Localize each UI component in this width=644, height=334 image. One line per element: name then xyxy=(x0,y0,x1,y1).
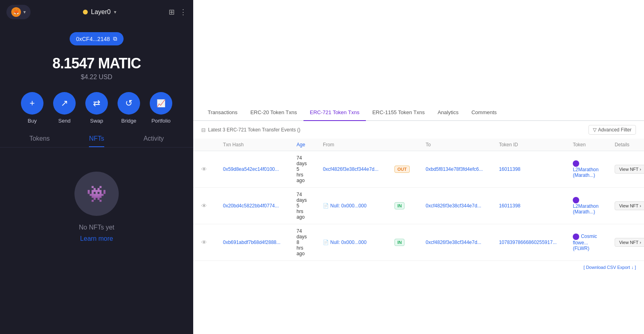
tab-transactions[interactable]: Transactions xyxy=(201,105,244,121)
tab-activity[interactable]: Activity xyxy=(143,135,164,147)
from-link[interactable]: Null: 0x000...000 xyxy=(330,240,367,245)
col-to: To xyxy=(418,139,491,151)
token-icon xyxy=(573,160,579,167)
table-info-text: Latest 3 ERC-721 Token Transfer Events (… xyxy=(208,127,300,133)
doc-icon: 📄 xyxy=(323,203,329,209)
portfolio-label: Portfolio xyxy=(151,118,171,124)
network-selector[interactable]: Layer0 ▾ xyxy=(83,8,116,16)
advanced-filter-button[interactable]: ▽ Advanced Filter xyxy=(588,125,636,135)
token-icon xyxy=(573,197,579,203)
table-row: 👁 0x20bd4c5822bb4f0774... 74 days 5 hrs … xyxy=(193,188,644,224)
direction-cell: IN xyxy=(386,188,417,224)
col-details: Details xyxy=(607,139,644,151)
from-link[interactable]: 0xcf4826f3e38cf344e7d... xyxy=(323,166,378,172)
more-icon: ⋮ xyxy=(180,8,187,16)
token-id-link[interactable]: 16011398 xyxy=(499,203,520,209)
col-token-id: Token ID xyxy=(491,139,565,151)
copy-icon: ⧉ xyxy=(113,35,117,42)
table-row: 👁 0x59d8ea542ec14f0100... 74 days 5 hrs … xyxy=(193,151,644,188)
tab-erc721[interactable]: ERC-721 Token Txns xyxy=(303,105,366,121)
balance-section: 8.1547 MATIC $4.22 USD xyxy=(52,55,140,81)
wallet-tabs: Tokens NFTs Activity xyxy=(0,135,193,148)
tab-comments[interactable]: Comments xyxy=(465,105,503,121)
age-cell: 74 days 8 hrs ago xyxy=(289,224,315,261)
network-dot-icon xyxy=(83,10,88,14)
col-txn-hash: Txn Hash xyxy=(215,139,289,151)
portfolio-icon: 📈 xyxy=(157,99,165,108)
top-bar-actions: ⊞ ⋮ xyxy=(169,8,187,16)
txn-hash-cell: 0xb691abdf7b68d4f2888... xyxy=(215,224,289,261)
tab-analytics[interactable]: Analytics xyxy=(431,105,465,121)
swap-button-wrap: ⇄ Swap xyxy=(85,92,108,124)
bridge-label: Bridge xyxy=(121,118,136,124)
col-direction xyxy=(386,139,417,151)
learn-more-link[interactable]: Learn more xyxy=(80,235,113,242)
bridge-button-wrap: ↺ Bridge xyxy=(118,92,140,124)
balance-usd: $4.22 USD xyxy=(52,74,140,81)
eye-icon[interactable]: 👁 xyxy=(201,166,207,172)
send-button[interactable]: ↗ xyxy=(53,92,76,115)
direction-badge-in: IN xyxy=(394,202,405,209)
top-bar: 🦊 ▾ Layer0 ▾ ⊞ ⋮ xyxy=(0,0,193,24)
send-button-wrap: ↗ Send xyxy=(53,92,76,124)
txn-hash-link[interactable]: 0x59d8ea542ec14f0100... xyxy=(223,166,279,172)
txn-hash-link[interactable]: 0xb691abdf7b68d4f2888... xyxy=(223,240,281,245)
to-link[interactable]: 0xcf4826f3e38cf344e7d... xyxy=(426,203,481,209)
eye-icon[interactable]: 👁 xyxy=(201,239,207,246)
tab-tokens[interactable]: Tokens xyxy=(29,135,50,147)
eye-icon[interactable]: 👁 xyxy=(201,203,207,209)
table-row: 👁 0xb691abdf7b68d4f2888... 74 days 8 hrs… xyxy=(193,224,644,261)
nft-empty-state: 👾 No NFTs yet Learn more xyxy=(74,172,119,242)
token-icon xyxy=(573,234,579,240)
wallet-address-text: 0xCF4...2148 xyxy=(76,36,110,42)
erc721-table: Txn Hash Age From To Token ID Token Deta… xyxy=(193,139,644,261)
etherscan-tabs: Transactions ERC-20 Token Txns ERC-721 T… xyxy=(193,105,644,121)
txn-hash-cell: 0x59d8ea542ec14f0100... xyxy=(215,151,289,188)
bridge-button[interactable]: ↺ xyxy=(118,92,140,115)
buy-button[interactable]: + xyxy=(21,92,43,115)
col-age[interactable]: Age xyxy=(289,139,315,151)
filter-icon: ⊟ xyxy=(201,127,206,133)
wallet-address-bar[interactable]: 0xCF4...2148 ⧉ xyxy=(70,32,124,45)
to-link[interactable]: 0xbd5f8134e78f3fd4efc6... xyxy=(426,166,483,172)
swap-button[interactable]: ⇄ xyxy=(85,92,108,115)
token-id-link[interactable]: 16011398 xyxy=(499,166,520,172)
tab-nfts[interactable]: NFTs xyxy=(89,135,104,147)
csv-export-link[interactable]: [ Download CSV Export ↓ ] xyxy=(584,265,636,270)
portfolio-button[interactable]: 📈 xyxy=(150,92,172,115)
more-options-button[interactable]: ⋮ xyxy=(180,8,187,16)
buy-button-wrap: + Buy xyxy=(21,92,43,124)
portfolio-button-wrap: 📈 Portfolio xyxy=(150,92,172,124)
view-nft-button[interactable]: View NFT › xyxy=(615,165,644,174)
token-name-link[interactable]: L2Marathon (Marath...) xyxy=(573,167,599,178)
direction-badge-in: IN xyxy=(394,239,405,246)
txn-hash-cell: 0x20bd4c5822bb4f0774... xyxy=(215,188,289,224)
view-nft-button[interactable]: View NFT › xyxy=(615,238,644,247)
tab-erc20[interactable]: ERC-20 Token Txns xyxy=(244,105,303,121)
to-cell: 0xcf4826f3e38cf344e7d... xyxy=(418,188,491,224)
advanced-filter-label: Advanced Filter xyxy=(598,127,632,133)
etherscan-panel: Transactions ERC-20 Token Txns ERC-721 T… xyxy=(193,0,644,334)
age-cell: 74 days 5 hrs ago xyxy=(289,188,315,224)
metamask-chevron-icon: ▾ xyxy=(23,9,26,15)
send-label: Send xyxy=(58,118,70,124)
token-name-link[interactable]: L2Marathon (Marath...) xyxy=(573,203,599,215)
nft-pixel-art-icon: 👾 xyxy=(87,184,107,203)
csv-export-row: [ Download CSV Export ↓ ] xyxy=(193,261,644,274)
txn-hash-link[interactable]: 0x20bd4c5822bb4f0774... xyxy=(223,203,279,209)
grid-icon-button[interactable]: ⊞ xyxy=(169,8,175,16)
to-cell: 0xbd5f8134e78f3fd4efc6... xyxy=(418,151,491,188)
metamask-selector[interactable]: 🦊 ▾ xyxy=(6,5,31,19)
token-cell: Cosmic flowe... (FLWR) xyxy=(565,224,607,261)
from-link[interactable]: Null: 0x000...000 xyxy=(330,203,367,209)
to-link[interactable]: 0xcf4826f3e38cf344e7d... xyxy=(426,240,481,245)
age-cell: 74 days 5 hrs ago xyxy=(289,151,315,188)
token-cell: L2Marathon (Marath...) xyxy=(565,151,607,188)
grid-icon: ⊞ xyxy=(169,8,175,16)
table-info: ⊟ Latest 3 ERC-721 Token Transfer Events… xyxy=(201,127,300,133)
token-id-link[interactable]: 10783978666860255917... xyxy=(499,240,557,245)
tab-erc1155[interactable]: ERC-1155 Token Txns xyxy=(366,105,431,121)
eye-cell: 👁 xyxy=(193,224,215,261)
view-nft-button[interactable]: View NFT › xyxy=(615,201,644,210)
details-cell: View NFT › xyxy=(607,151,644,188)
